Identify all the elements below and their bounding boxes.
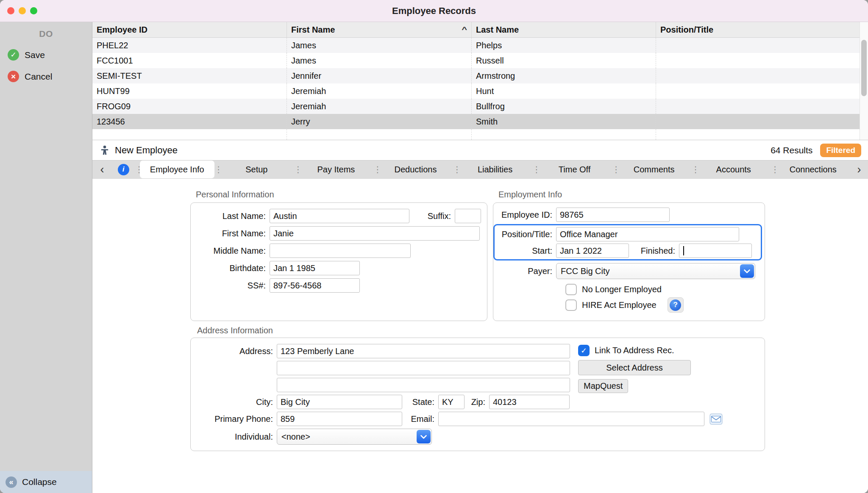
individual-select[interactable]: <none>	[277, 429, 432, 445]
personal-info-title: Personal Information	[196, 190, 274, 199]
email-app-icon[interactable]	[709, 413, 723, 425]
table-row[interactable]: HUNT99 Jeremiah Hunt	[92, 83, 868, 99]
hire-act-help-button[interactable]: ?	[668, 297, 684, 313]
last-name-row: Last Name: Suffix:	[191, 209, 487, 223]
tab-separator-icon: ⋮	[294, 164, 299, 174]
cancel-label: Cancel	[25, 72, 52, 82]
city-state-zip-row: City: State: Zip:	[191, 395, 765, 409]
tab-separator-icon: ⋮	[612, 164, 617, 174]
ssn-input[interactable]	[270, 278, 360, 293]
cancel-x-icon: ×	[8, 71, 19, 82]
no-longer-employed-label: No Longer Employed	[582, 285, 662, 294]
payer-dropdown-button[interactable]	[740, 264, 754, 278]
sidebar-section-label: DO	[0, 22, 92, 39]
employee-id-label: Employee ID:	[493, 210, 556, 220]
tab-separator-icon: ⋮	[373, 164, 378, 174]
city-input[interactable]	[277, 395, 402, 409]
cell-position-title	[656, 53, 868, 68]
tab-employee-info[interactable]: Employee Info	[140, 161, 214, 178]
record-header: New Employee 64 Results Filtered	[92, 140, 868, 160]
employee-id-input[interactable]	[556, 208, 670, 222]
employee-info-form: Personal Information Last Name: Suffix: …	[92, 179, 868, 493]
phone-label: Primary Phone:	[191, 414, 277, 424]
column-header-position-title[interactable]: Position/Title	[656, 22, 868, 37]
sidebar: DO ✓ Save × Cancel « Collapse	[0, 22, 92, 493]
employment-info-group: Employee ID: Position/Title: Start: Fini…	[493, 202, 765, 321]
filtered-badge[interactable]: Filtered	[820, 144, 861, 157]
table-row[interactable]: FCC1001 James Russell	[92, 53, 868, 68]
phone-email-row: Primary Phone: Email:	[191, 412, 765, 426]
link-address-checkbox[interactable]: ✓	[578, 345, 590, 356]
tab-accounts[interactable]: Accounts	[696, 161, 771, 178]
table-row[interactable]: SEMI-TEST Jennifer Armstrong	[92, 68, 868, 83]
column-header-employee-id[interactable]: Employee ID	[92, 22, 287, 37]
phone-input[interactable]	[277, 412, 402, 426]
vertical-scrollbar[interactable]	[860, 22, 868, 140]
tabs-scroll-left-button[interactable]: ‹	[92, 161, 112, 178]
start-input[interactable]	[556, 244, 629, 258]
suffix-input[interactable]	[455, 209, 481, 223]
collapse-button[interactable]: « Collapse	[0, 471, 92, 493]
first-name-input[interactable]	[270, 226, 480, 241]
position-title-input[interactable]	[556, 227, 739, 241]
middle-name-input[interactable]	[270, 244, 411, 258]
tab-separator-icon: ⋮	[135, 164, 140, 174]
employee-id-row: Employee ID:	[493, 208, 765, 222]
tab-connections[interactable]: Connections	[776, 161, 851, 178]
titlebar: Employee Records	[0, 0, 868, 22]
cell-first-name: Jeremiah	[287, 83, 472, 99]
cell-last-name: Armstrong	[472, 68, 656, 83]
birthdate-input[interactable]	[270, 261, 360, 275]
tabs-scroll-right-button[interactable]: ›	[850, 161, 868, 178]
minimize-button[interactable]	[19, 7, 26, 14]
scrollbar-thumb[interactable]	[861, 40, 867, 96]
last-name-input[interactable]	[270, 209, 409, 223]
hire-act-checkbox[interactable]: ✓	[565, 299, 577, 311]
address-line3-input[interactable]	[277, 378, 570, 392]
employee-icon	[99, 145, 110, 156]
tab-separator-icon: ⋮	[691, 164, 696, 174]
address-line2-input[interactable]	[277, 361, 570, 375]
tab-setup[interactable]: Setup	[220, 161, 294, 178]
zip-input[interactable]	[489, 395, 570, 409]
email-input[interactable]	[438, 412, 704, 426]
focus-ring: Position/Title: Start: Finished:	[493, 224, 762, 260]
finished-input[interactable]	[679, 244, 752, 258]
tab-pay-items[interactable]: Pay Items	[299, 161, 373, 178]
sort-asc-icon: ^	[462, 25, 467, 34]
state-input[interactable]	[438, 395, 465, 409]
cell-last-name: Hunt	[472, 83, 656, 99]
address-line1-input[interactable]	[277, 344, 570, 358]
address-info-group: Address: City: State: Zip: Primary Phone	[190, 338, 765, 451]
tab-liabilities[interactable]: Liabilities	[458, 161, 532, 178]
column-header-first-name[interactable]: First Name^	[287, 22, 472, 37]
tab-time-off[interactable]: Time Off	[537, 161, 612, 178]
close-button[interactable]	[7, 7, 14, 14]
suffix-label: Suffix:	[428, 211, 455, 221]
table-row[interactable]: FROG09 Jeremiah Bullfrog	[92, 99, 868, 114]
column-header-last-name[interactable]: Last Name	[472, 22, 656, 37]
zoom-button[interactable]	[30, 7, 37, 14]
no-longer-employed-checkbox[interactable]: ✓	[565, 284, 577, 295]
record-info-button[interactable]: i	[112, 164, 135, 175]
birthdate-row: Birthdate:	[191, 261, 487, 275]
save-check-icon: ✓	[8, 49, 19, 61]
individual-dropdown-button[interactable]	[417, 430, 431, 443]
save-button[interactable]: ✓ Save	[0, 44, 92, 66]
mapquest-button[interactable]: MapQuest	[578, 379, 628, 393]
select-address-button[interactable]: Select Address	[578, 360, 691, 375]
email-label: Email:	[402, 414, 438, 424]
hire-act-label: HIRE Act Employee	[582, 300, 657, 310]
table-row-selected[interactable]: 123456 Jerry Smith	[92, 114, 868, 129]
position-title-label: Position/Title:	[495, 230, 556, 239]
cell-employee-id: FROG09	[92, 99, 287, 114]
finished-field-wrap	[679, 244, 752, 258]
payer-select[interactable]: FCC Big City	[556, 263, 755, 279]
tab-comments[interactable]: Comments	[617, 161, 691, 178]
tab-separator-icon: ⋮	[214, 164, 220, 174]
tab-deductions[interactable]: Deductions	[378, 161, 453, 178]
table-row[interactable]: PHEL22 James Phelps	[92, 38, 868, 53]
cell-position-title	[656, 38, 868, 53]
cancel-button[interactable]: × Cancel	[0, 66, 92, 87]
start-finished-row: Start: Finished:	[495, 244, 761, 258]
